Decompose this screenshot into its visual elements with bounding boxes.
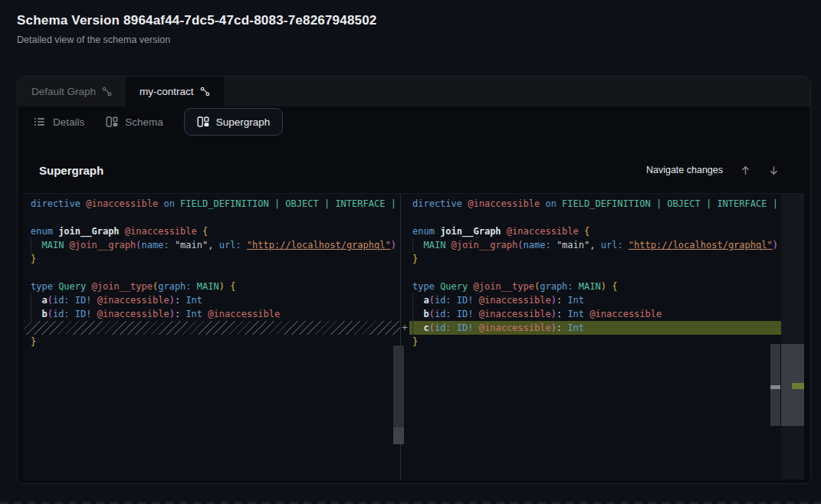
supergraph-panel-header: Supergraph Navigate changes <box>39 159 780 182</box>
schema-card: Default Graph my-contract <box>17 76 811 484</box>
diff-placeholder-row <box>24 321 400 335</box>
code-line: a(id: ID! @inaccessible): Int <box>24 293 400 307</box>
code-line: a(id: ID! @inaccessible): Int <box>409 293 781 307</box>
left-pane-scrollbar-thumb-end[interactable] <box>393 427 404 444</box>
page-subtitle: Detailed view of the schema version <box>17 34 377 45</box>
left-pane-scrollbar-thumb[interactable] <box>393 345 404 427</box>
code-line: } <box>24 252 400 266</box>
code-line: b(id: ID! @inaccessible): Int @inaccessi… <box>409 307 781 321</box>
overview-added-change-marker <box>792 383 804 389</box>
subtab-details[interactable]: Details <box>33 108 85 136</box>
scrollbar-position-dash <box>770 385 780 389</box>
schema-version-page: Schema Version 8964af44-7dc5-47cd-8083-7… <box>0 0 821 504</box>
tab-default-graph-label: Default Graph <box>31 86 96 97</box>
code-line: enum join__Graph @inaccessible { <box>24 224 400 238</box>
tab-default-graph[interactable]: Default Graph <box>18 77 126 106</box>
fork-icon <box>102 87 112 97</box>
fork-icon <box>200 87 210 97</box>
supergraph-heading: Supergraph <box>39 164 103 177</box>
code-line: b(id: ID! @inaccessible): Int @inaccessi… <box>24 307 400 321</box>
diff-overview-ruler[interactable] <box>781 194 804 479</box>
split-panel-icon <box>197 116 209 128</box>
code-line <box>409 266 781 280</box>
split-panel-icon <box>106 116 118 128</box>
subtab-supergraph-label: Supergraph <box>216 116 271 128</box>
arrow-up-icon[interactable] <box>740 165 751 176</box>
code-line <box>24 266 400 280</box>
code-line: directive @inaccessible on FIELD_DEFINIT… <box>409 197 781 211</box>
subtab-schema-label: Schema <box>125 116 163 128</box>
code-line <box>24 211 400 224</box>
code-line: } <box>409 335 781 349</box>
page-header: Schema Version 8964af44-7dc5-47cd-8083-7… <box>17 13 377 45</box>
code-line: MAIN @join__graph(name: "main", url: "ht… <box>409 238 781 252</box>
right-pane-scrollbar-thumb[interactable] <box>770 344 780 426</box>
code-line: enum join__Graph @inaccessible { <box>409 224 781 238</box>
subtab-schema[interactable]: Schema <box>105 108 164 136</box>
view-subtabs: Details Schema <box>18 106 810 137</box>
list-icon <box>34 116 46 128</box>
diff-right-pane[interactable]: directive @inaccessible on FIELD_DEFINIT… <box>409 194 781 479</box>
tab-my-contract-label: my-contract <box>140 86 194 97</box>
diff-left-pane[interactable]: directive @inaccessible on FIELD_DEFINIT… <box>24 194 400 479</box>
added-code-line: c(id: ID! @inaccessible): Int <box>409 321 781 335</box>
page-title: Schema Version 8964af44-7dc5-47cd-8083-7… <box>17 13 377 28</box>
added-line-marker: + <box>399 321 410 335</box>
arrow-down-icon[interactable] <box>768 165 780 176</box>
graph-tabbar: Default Graph my-contract <box>18 77 810 106</box>
code-line: } <box>24 335 400 349</box>
schema-diff-view: directive @inaccessible on FIELD_DEFINIT… <box>24 193 804 479</box>
subtab-supergraph[interactable]: Supergraph <box>184 108 284 136</box>
code-line: directive @inaccessible on FIELD_DEFINIT… <box>24 197 400 211</box>
code-line: MAIN @join__graph(name: "main", url: "ht… <box>24 238 400 252</box>
tab-my-contract[interactable]: my-contract <box>126 77 224 106</box>
navigate-changes-controls: Navigate changes <box>646 165 780 176</box>
code-line: } <box>409 252 781 266</box>
code-line: type Query @join__type(graph: MAIN) { <box>24 280 400 293</box>
navigate-changes-label: Navigate changes <box>646 165 723 175</box>
subtab-details-label: Details <box>53 116 84 128</box>
code-line <box>409 211 781 224</box>
code-line: type Query @join__type(graph: MAIN) { <box>409 280 781 293</box>
